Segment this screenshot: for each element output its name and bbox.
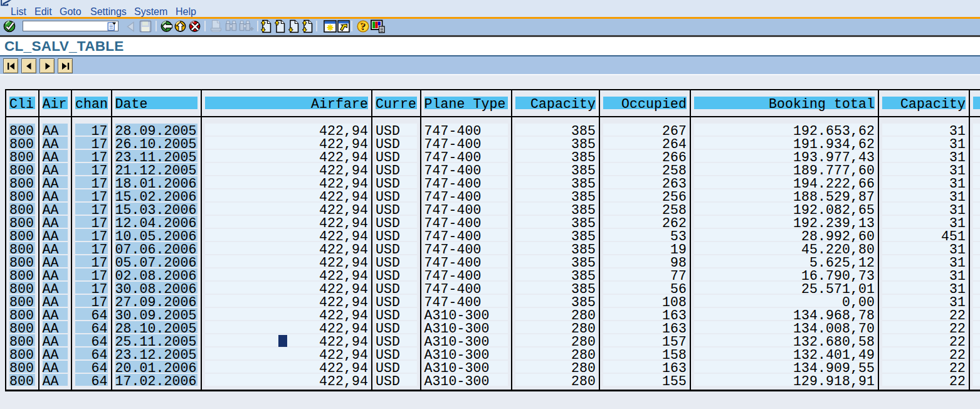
svg-text:?: ? [360, 20, 366, 32]
